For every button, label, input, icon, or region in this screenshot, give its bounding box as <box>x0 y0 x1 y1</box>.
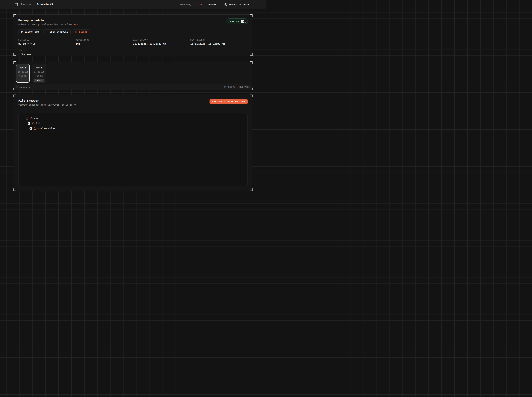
status-value: ✓ Success <box>18 53 248 56</box>
field-label: SCHEDULE <box>18 39 76 41</box>
corner-bracket <box>250 61 253 64</box>
schedule-card-title: Backup schedule <box>18 19 248 22</box>
field-label: LAST BACKUP <box>133 39 190 41</box>
tree-item-ossl-modules[interactable]: ossl-modules <box>21 126 245 131</box>
chevron-right-icon[interactable] <box>26 127 28 130</box>
schedule-card-subtitle: Automated backup configuration for volum… <box>18 23 248 26</box>
backup-now-button[interactable]: BACKUP NOW <box>18 29 41 34</box>
corner-bracket <box>13 188 16 191</box>
enabled-toggle[interactable]: ENABLED <box>226 19 248 24</box>
field-last-backup: LAST BACKUP 11/8/2025, 11:26:22 AM <box>133 39 190 45</box>
field-value: ttt <box>76 43 133 45</box>
checkbox-lib[interactable] <box>28 122 30 125</box>
snapshot-date-range: 11/8/2025 – 11/8/2025 <box>224 86 250 88</box>
snapshots-card: Nov 8 10:09 AM 133 KB Nov 8 11:26 AM 133… <box>14 62 252 90</box>
breadcrumb: Backups Schedule #3 <box>21 3 53 6</box>
main-content: Backup schedule Automated backup configu… <box>0 14 266 191</box>
field-label: REPOSITORY <box>76 39 133 41</box>
breadcrumb-current: Schedule #3 <box>37 3 53 6</box>
snapshot-tile-selected[interactable]: Nov 8 10:09 AM 133 KB <box>16 64 30 83</box>
field-schedule: SCHEDULE 02 10 * * 2 <box>18 39 76 45</box>
backup-schedule-card: Backup schedule Automated backup configu… <box>14 14 252 56</box>
trash-icon <box>75 31 78 33</box>
corner-bracket <box>250 188 253 191</box>
snapshot-date: Nov 8 <box>16 66 29 69</box>
snapshot-tile-latest[interactable]: Nov 8 11:26 AM 133 KB Latest <box>32 64 46 83</box>
chevron-down-icon[interactable] <box>24 122 26 124</box>
tree-item-label: usr <box>34 117 38 119</box>
tree-item-usr[interactable]: usr <box>21 115 245 121</box>
username-text: nicolas <box>193 3 203 6</box>
report-issue-button[interactable]: REPORT AN ISSUE <box>222 2 252 7</box>
corner-bracket <box>250 87 253 90</box>
checkbox-usr[interactable] <box>26 117 28 119</box>
breadcrumb-backups[interactable]: Backups <box>21 3 31 6</box>
snapshot-time: 10:09 AM <box>16 71 29 73</box>
field-repository: REPOSITORY ttt <box>76 39 133 45</box>
tree-item-label: ossl-modules <box>38 127 55 130</box>
restore-selected-button[interactable]: RESTORE 1 SELECTED ITEM <box>209 99 248 104</box>
field-label: STATUS <box>18 49 248 52</box>
corner-bracket <box>13 53 16 56</box>
welcome-text: Welcome, nicolas <box>180 3 203 6</box>
panel-left-icon <box>15 3 18 6</box>
field-value: 11/8/2025, 11:26:22 AM <box>133 43 190 45</box>
tree-item-lib[interactable]: lib <box>21 121 245 126</box>
edit-schedule-button[interactable]: EDIT SCHEDULE <box>43 29 71 34</box>
folder-open-icon <box>32 122 35 125</box>
logout-button[interactable]: LOGOUT <box>205 2 219 7</box>
snapshot-time: 11:26 AM <box>32 71 46 73</box>
corner-bracket <box>13 14 16 17</box>
toggle-knob <box>243 20 246 23</box>
corner-bracket <box>13 87 16 90</box>
pencil-icon <box>46 31 48 33</box>
life-buoy-icon <box>224 3 227 6</box>
field-next-backup: NEXT BACKUP 11/11/2025, 11:02:00 AM <box>190 39 248 45</box>
top-bar: Backups Schedule #3 Welcome, nicolas LOG… <box>0 0 266 9</box>
field-value: 11/11/2025, 11:02:00 AM <box>190 43 248 45</box>
snapshots-footer: 2 snapshots 11/8/2025 – 11/8/2025 <box>14 84 252 90</box>
file-browser-title: File Browser <box>18 99 76 102</box>
snapshot-size: 133 KB <box>32 75 46 77</box>
folder-icon <box>34 127 37 130</box>
volume-name: sss <box>74 23 78 26</box>
snapshot-count: 2 snapshots <box>16 86 30 88</box>
play-icon <box>21 31 23 33</box>
field-value: 02 10 * * 2 <box>18 43 76 45</box>
delete-button[interactable]: DELETE <box>73 29 90 34</box>
file-tree-panel: usr lib <box>18 113 248 186</box>
chevron-right-icon <box>33 3 35 6</box>
field-status: STATUS ✓ Success <box>18 49 248 56</box>
enabled-label: ENABLED <box>229 20 239 23</box>
corner-bracket <box>13 94 16 97</box>
corner-bracket <box>250 14 253 17</box>
corner-bracket <box>250 53 253 56</box>
tree-item-label: lib <box>36 122 40 124</box>
file-browser-subtitle: Viewing snapshot from 11/8/2025, 10:09:1… <box>18 104 76 106</box>
field-label: NEXT BACKUP <box>190 39 248 41</box>
snapshot-size: 133 KB <box>16 75 29 77</box>
toggle-switch[interactable] <box>241 20 246 23</box>
folder-open-icon <box>30 117 33 119</box>
file-browser-card: File Browser Viewing snapshot from 11/8/… <box>14 95 252 191</box>
chevron-down-icon[interactable] <box>22 117 24 119</box>
corner-bracket <box>13 61 16 64</box>
sidebar-toggle-button[interactable] <box>14 3 18 6</box>
corner-bracket <box>250 94 253 97</box>
check-icon: ✓ <box>18 53 20 56</box>
snapshot-date: Nov 8 <box>32 66 46 69</box>
latest-badge: Latest <box>34 79 44 82</box>
checkbox-ossl-modules[interactable] <box>30 127 32 130</box>
